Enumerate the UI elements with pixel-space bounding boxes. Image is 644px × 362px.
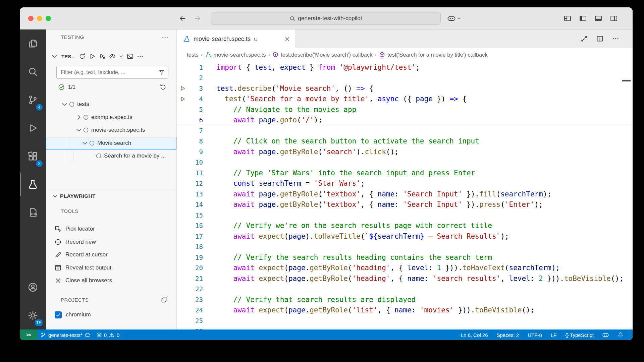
- command-center[interactable]: generate-test-with-copilot: [211, 12, 441, 25]
- more-actions-icon[interactable]: [162, 34, 168, 41]
- test-filter-input[interactable]: [60, 69, 159, 76]
- cursor-position[interactable]: Ln 6, Col 26: [457, 329, 492, 340]
- code-line[interactable]: 23 // Verify that search results are dis…: [177, 294, 633, 305]
- activity-explorer[interactable]: [20, 29, 46, 58]
- show-output-eye-icon[interactable]: [109, 53, 116, 60]
- customize-layout-icon[interactable]: [564, 15, 571, 22]
- activity-testing[interactable]: [20, 170, 46, 198]
- code-line[interactable]: 19 // Verify the search results heading …: [177, 252, 633, 263]
- tree-item-movie-search-spec-ts[interactable]: movie-search.spec.ts: [46, 124, 176, 137]
- code-line[interactable]: 14 await page.getByRole('textbox', { nam…: [177, 199, 633, 210]
- code-line[interactable]: 18: [177, 242, 633, 252]
- debug-tests-icon[interactable]: [99, 53, 106, 60]
- browser-windows-icon[interactable]: [161, 296, 168, 303]
- minimize-window-button[interactable]: [37, 16, 42, 21]
- code-line[interactable]: 6 await page.goto('/');: [177, 115, 633, 126]
- code-line[interactable]: 24 await expect(page.getByRole('list', {…: [177, 305, 633, 316]
- refresh-tests-icon[interactable]: [79, 53, 86, 60]
- terminal-icon[interactable]: [127, 53, 133, 60]
- toggle-panel-icon[interactable]: [595, 15, 602, 22]
- activity-source-control[interactable]: 4: [20, 86, 46, 114]
- code-line[interactable]: 16 // Verify we're on the search results…: [177, 221, 633, 231]
- notifications[interactable]: [613, 329, 628, 340]
- code-line[interactable]: 3test.describe('Movie search', () => {: [177, 83, 633, 94]
- code-line[interactable]: 4 test('Search for a movie by title', as…: [177, 94, 633, 105]
- tree-item-tests[interactable]: tests: [46, 98, 176, 111]
- tool-close-all-browsers[interactable]: Close all browsers: [46, 274, 176, 287]
- branch-indicator[interactable]: generate-tests*: [38, 329, 93, 340]
- breadcrumb-item[interactable]: test('Search for a movie by title') call…: [379, 52, 488, 58]
- forward-icon[interactable]: [194, 15, 201, 22]
- zoom-window-button[interactable]: [46, 16, 51, 21]
- code-line[interactable]: 2: [177, 73, 633, 83]
- code-line[interactable]: 17 await expect(page).toHaveTitle(`${sea…: [177, 231, 633, 242]
- breadcrumb-item[interactable]: movie-search.spec.ts: [205, 52, 266, 58]
- copilot-status[interactable]: [598, 329, 613, 340]
- code-line[interactable]: 15: [177, 210, 633, 221]
- code-line[interactable]: 22: [177, 284, 633, 295]
- code-line[interactable]: 1import { test, expect } from '@playwrig…: [177, 62, 633, 73]
- code-line[interactable]: 12 const searchTerm = 'Star Wars';: [177, 178, 633, 189]
- tree-item-movie-search[interactable]: Movie search: [46, 137, 176, 150]
- chevron-down-icon[interactable]: [457, 16, 462, 21]
- breadcrumb-item[interactable]: tests: [187, 52, 199, 58]
- run-test-icon[interactable]: [177, 94, 188, 105]
- close-icon[interactable]: [284, 36, 290, 42]
- playwright-section-header[interactable]: PLAYWRIGHT: [46, 189, 176, 202]
- rerun-icon[interactable]: [160, 84, 166, 90]
- close-window-button[interactable]: [28, 16, 34, 21]
- indentation-indicator[interactable]: Spaces: 2: [492, 329, 523, 340]
- code-line[interactable]: 25: [177, 315, 633, 326]
- tab-movie-search-spec[interactable]: movie-search.spec.ts U: [177, 29, 296, 48]
- breadcrumb-item[interactable]: test.describe('Movie search') callback: [272, 52, 372, 58]
- tool-record-at-cursor[interactable]: Record at cursor: [46, 248, 176, 261]
- copilot-icon[interactable]: [447, 14, 455, 22]
- chevron-down-icon[interactable]: [75, 126, 83, 134]
- code-editor[interactable]: 1import { test, expect } from '@playwrig…: [177, 61, 633, 329]
- activity-extensions[interactable]: 2: [20, 142, 46, 170]
- chevron-down-icon[interactable]: [81, 139, 89, 147]
- toggle-secondary-sidebar-icon[interactable]: [610, 15, 618, 22]
- code-line[interactable]: 7: [177, 125, 633, 136]
- tree-item-example-spec-ts[interactable]: example.spec.ts: [46, 111, 176, 124]
- scrollbar-marker[interactable]: [622, 80, 631, 81]
- filter-icon[interactable]: [159, 69, 165, 75]
- tool-reveal-test-output[interactable]: Reveal test output: [46, 261, 176, 275]
- activity-run-debug[interactable]: [20, 114, 46, 142]
- back-icon[interactable]: [179, 15, 186, 22]
- code-line[interactable]: 11 // Type 'Star Wars' into the search i…: [177, 168, 633, 178]
- code-line[interactable]: 9 await page.getByRole('search').click()…: [177, 146, 633, 157]
- code-line[interactable]: 21 await expect(page.getByRole('heading'…: [177, 273, 633, 284]
- project-chromium-row[interactable]: chromium: [46, 308, 176, 321]
- chevron-down-icon[interactable]: [51, 53, 58, 60]
- code-line[interactable]: 26: [177, 326, 633, 330]
- activity-accounts[interactable]: [20, 273, 46, 301]
- test-explorer-section-label[interactable]: TES...: [61, 54, 75, 59]
- code-line[interactable]: 5 // Navigate to the movies app: [177, 104, 633, 115]
- remote-indicator[interactable]: ><: [20, 329, 38, 340]
- eol-indicator[interactable]: LF: [546, 329, 561, 340]
- toggle-primary-sidebar-icon[interactable]: [579, 15, 587, 22]
- code-line[interactable]: 10: [177, 157, 633, 168]
- tree-item-search-for-a-movie-by[interactable]: Search for a movie by ...: [46, 149, 176, 163]
- tool-record-new[interactable]: Record new: [46, 236, 176, 249]
- more-actions-icon[interactable]: [612, 35, 619, 42]
- problems-indicator[interactable]: 0 0: [93, 329, 123, 340]
- tool-pick-locator[interactable]: Pick locator: [46, 223, 176, 236]
- chevron-right-icon[interactable]: [75, 114, 83, 121]
- run-all-tests-icon[interactable]: [89, 53, 96, 60]
- code-line[interactable]: 20 await expect(page.getByRole('heading'…: [177, 263, 633, 274]
- activity-settings[interactable]: TE: [20, 301, 46, 329]
- activity-search[interactable]: [20, 58, 46, 86]
- open-changes-icon[interactable]: [581, 35, 588, 42]
- encoding-indicator[interactable]: UTF-8: [523, 329, 546, 340]
- chevron-down-icon[interactable]: [61, 101, 68, 108]
- code-line[interactable]: 13 await page.getByRole('textbox', { nam…: [177, 189, 633, 199]
- chromium-checkbox[interactable]: [55, 311, 62, 318]
- run-test-icon[interactable]: [177, 83, 188, 94]
- more-actions-icon[interactable]: [137, 53, 144, 60]
- code-line[interactable]: 8 // Click on the search button to activ…: [177, 136, 633, 147]
- chevron-down-icon[interactable]: [119, 53, 123, 60]
- split-editor-icon[interactable]: [596, 35, 603, 42]
- language-indicator[interactable]: {} TypeScript: [561, 329, 598, 340]
